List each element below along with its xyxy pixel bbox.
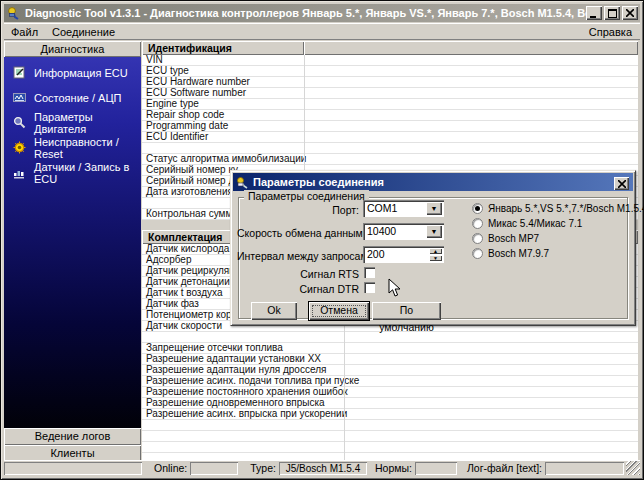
sidebar-item-engine-params[interactable]: Параметры Двигателя [4, 110, 141, 135]
identification-row[interactable]: Engine type [142, 99, 638, 110]
radio-icon [472, 248, 483, 259]
dialog-close-button[interactable] [614, 177, 629, 190]
baud-value: 10400 [363, 223, 426, 240]
minimize-button[interactable] [586, 6, 602, 20]
interval-label: Интервал между запросами: [237, 250, 359, 262]
online-value [190, 462, 238, 475]
dialog-plug-icon [236, 176, 249, 189]
magnifier-icon [13, 116, 26, 129]
flag-row[interactable]: Разрешение адаптации установки ХХ [142, 354, 638, 365]
norms-value [415, 462, 457, 475]
identification-value-column-header[interactable] [304, 41, 638, 55]
radio-label: Bosch M7.9.7 [488, 248, 549, 259]
defaults-button[interactable]: По умолчанию [372, 302, 441, 320]
document-edit-icon [13, 66, 26, 79]
type-label: Type: [250, 462, 276, 474]
identification-column-header[interactable]: Идентификация [142, 41, 304, 55]
sidebar-item-label: Состояние / АЦП [34, 92, 121, 104]
minimize-icon [590, 9, 598, 18]
identification-row[interactable]: ECU Identifier [142, 132, 638, 143]
radio-option[interactable]: Микас 5.4/Микас 7.1 [472, 216, 644, 231]
radio-label: Микас 5.4/Микас 7.1 [488, 218, 582, 229]
logs-button[interactable]: Ведение логов [4, 428, 141, 445]
adc-state-icon [13, 91, 26, 104]
sidebar-item-faults-reset[interactable]: Неисправности / Reset [4, 135, 141, 160]
radio-option[interactable]: Январь 5.*,VS 5.*,7.*/Bosch M1.5.4(N) [472, 201, 644, 216]
menu-help[interactable]: Справка [581, 25, 640, 39]
resize-grip[interactable] [626, 461, 640, 475]
connection-settings-dialog: Параметры соединения Параметры соединени… [230, 170, 636, 326]
radio-option[interactable]: Bosch M7.9.7 [472, 246, 644, 261]
status-left-panel [4, 462, 142, 475]
sidebar-item-ecu-info[interactable]: Информация ECU [4, 60, 141, 85]
identification-row[interactable]: ECU Hardware number [142, 77, 638, 88]
maximize-button[interactable] [604, 6, 620, 20]
port-value: COM1 [363, 200, 426, 217]
sidebar-item-label: Датчики / Запись в ECU [34, 161, 141, 185]
menu-connection[interactable]: Соединение [45, 25, 122, 39]
identification-row[interactable]: VIN [142, 55, 638, 66]
spin-up-icon[interactable]: ▲ [429, 248, 442, 254]
online-label: Online: [154, 462, 187, 474]
flag-row[interactable]: Разрешение асинх. впрыска при ускорении [142, 409, 638, 420]
rts-checkbox[interactable] [364, 267, 375, 278]
radio-option[interactable]: Bosch MP7 [472, 231, 644, 246]
titlebar: Diagnostic Tool v1.3.1 - Диагностика кон… [4, 4, 640, 22]
radio-label: Январь 5.*,VS 5.*,7.*/Bosch M1.5.4(N) [488, 203, 644, 214]
port-combobox[interactable]: COM1 ▼ [363, 200, 444, 217]
baud-combobox[interactable]: 10400 ▼ [363, 223, 444, 240]
sidebar-item-label: Информация ECU [34, 67, 128, 79]
chevron-down-icon[interactable]: ▼ [426, 225, 442, 238]
statusbar: Online: Type: J5/Bosch M1.5.4 Нормы: Лог… [4, 460, 640, 476]
flag-row[interactable]: Запрещение отсечки топлива [142, 343, 638, 354]
blank-row [142, 420, 638, 431]
sidebar-item-sensors-write[interactable]: Датчики / Запись в ECU [4, 160, 141, 185]
close-icon [626, 9, 634, 17]
identification-row[interactable]: Programming date [142, 121, 638, 132]
mouse-cursor [388, 278, 402, 298]
dtr-label: Сигнал DTR [237, 283, 359, 295]
sidebar-nav: Информация ECU Состояние / АЦП Параметры… [4, 57, 141, 428]
dialog-title: Параметры соединения [253, 176, 384, 188]
sidebar-item-state-adc[interactable]: Состояние / АЦП [4, 85, 141, 110]
sidebar: Диагностика Информация ECU Состояние / А… [4, 41, 141, 462]
spin-down-icon[interactable]: ▼ [429, 255, 442, 261]
chevron-down-icon[interactable]: ▼ [426, 202, 442, 215]
flag-row[interactable]: Разрешение постоянного хранения ошибок [142, 387, 638, 398]
group-label: Параметры соединения [244, 190, 369, 202]
window-title: Diagnostic Tool v1.3.1 - Диагностика кон… [25, 7, 586, 19]
radio-icon [472, 203, 483, 214]
menubar: Файл Соединение Справка [4, 23, 640, 40]
cancel-button[interactable]: Отмена [309, 302, 369, 320]
app-icon [7, 6, 21, 20]
identification-row[interactable]: ECU Software number [142, 88, 638, 99]
flag-row[interactable]: Разрешение одновременного впрыска [142, 398, 638, 409]
identification-row[interactable]: Repair shop code [142, 110, 638, 121]
close-icon [618, 180, 626, 188]
sidebar-header-diagnostics[interactable]: Диагностика [4, 41, 141, 57]
identification-row[interactable]: Статус алгоритма иммобилизации [142, 154, 638, 165]
warning-bulb-icon [13, 141, 26, 154]
identification-row[interactable]: ECU type [142, 66, 638, 77]
flags-rows: Запрещение отсечки топливаРазрешение ада… [142, 343, 638, 420]
sidebar-item-label: Неисправности / Reset [34, 136, 141, 160]
log-file-label: Лог-файл [text]: [467, 462, 542, 474]
sensors-chart-icon [13, 166, 26, 179]
close-button[interactable] [622, 6, 638, 20]
ok-button[interactable]: Ok [251, 302, 297, 320]
norms-label: Нормы: [375, 462, 412, 474]
rts-label: Сигнал RTS [237, 268, 359, 280]
flag-row[interactable]: Разрешение асинх. подачи топлива при пус… [142, 376, 638, 387]
port-label: Порт: [237, 204, 359, 216]
baud-label: Скорость обмена данными: [237, 227, 359, 239]
menu-file[interactable]: Файл [4, 25, 45, 39]
identification-row[interactable] [142, 143, 638, 154]
flag-row[interactable]: Разрешение адаптации нуля дросселя [142, 365, 638, 376]
ecu-type-radios: Январь 5.*,VS 5.*,7.*/Bosch M1.5.4(N) Ми… [472, 201, 644, 261]
radio-icon [472, 218, 483, 229]
blank-row [142, 431, 638, 442]
dtr-checkbox[interactable] [364, 282, 375, 293]
interval-value: 200 [363, 246, 429, 263]
interval-spinner[interactable]: 200 ▲ ▼ [363, 246, 444, 263]
radio-icon [472, 233, 483, 244]
